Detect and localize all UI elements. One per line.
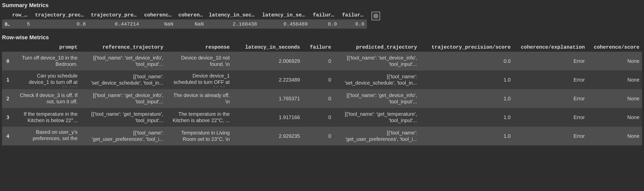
- rowwise-metrics-table: prompt reference_trajectory response lat…: [2, 43, 642, 145]
- row-index: 1: [2, 70, 14, 89]
- rowwise-header-predicted_trajectory[interactable]: predicted_trajectory: [334, 43, 419, 52]
- cell-coh-score: None: [587, 127, 642, 145]
- summary-row-index: 0: [2, 20, 10, 29]
- rowwise-header-coh-explanation[interactable]: coherence/explanation: [513, 43, 587, 52]
- grid-table-icon[interactable]: [371, 12, 380, 20]
- cell-latency: 2.929235: [232, 127, 302, 145]
- summary-cell-row_count: 5: [10, 20, 32, 29]
- cell-latency: 2.006929: [232, 52, 302, 70]
- cell-failure: 0: [302, 89, 334, 108]
- cell-response: Temperature in Living Room set to 23°C. …: [166, 127, 232, 145]
- cell-prompt: Check if device_3 is off. If not, turn i…: [14, 89, 80, 108]
- cell-latency: 1.917166: [232, 108, 302, 127]
- cell-failure: 0: [302, 52, 334, 70]
- cell-tp-score: 1.0: [419, 127, 513, 145]
- cell-response: Device device_10 not found. \n: [166, 52, 232, 70]
- cell-coh-explanation: Error: [513, 89, 587, 108]
- cell-coh-score: None: [587, 70, 642, 89]
- summary-header-row: row_count trajectory_precision/mean traj…: [2, 11, 367, 20]
- summary-cell-tp-mean: 0.8: [32, 20, 88, 29]
- cell-reference-trajectory: [{'tool_name': 'set_device_schedule', 't…: [80, 70, 166, 89]
- rowwise-header-tp-score[interactable]: trajectory_precision/score: [419, 43, 513, 52]
- cell-response: The temperature in the Kitchen is above …: [166, 108, 232, 127]
- cell-latency: 1.765371: [232, 89, 302, 108]
- rowwise-header-coh-score[interactable]: coherence/score: [587, 43, 642, 52]
- cell-prompt: If the temperature in the Kitchen is bel…: [14, 108, 80, 127]
- cell-coh-score: None: [587, 108, 642, 127]
- summary-cell-lat-std: 0.456489: [260, 20, 310, 29]
- summary-header-coherence_mean[interactable]: coherence/mean: [142, 11, 176, 20]
- summary-metrics-title: Summary Metrics: [2, 1, 642, 11]
- table-row[interactable]: 4Based on user_y's preferences, set the …: [2, 127, 642, 145]
- summary-cell-lat-mean: 2.168438: [206, 20, 260, 29]
- summary-header-failure_std[interactable]: failure/std: [340, 11, 367, 20]
- rowwise-header-reference_trajectory[interactable]: reference_trajectory: [80, 43, 166, 52]
- summary-header-trajectory_precision_std[interactable]: trajectory_precision/std: [88, 11, 142, 20]
- summary-cell-fail-mean: 0.0: [310, 20, 340, 29]
- cell-failure: 0: [302, 108, 334, 127]
- cell-predicted-trajectory: [{'tool_name': 'get_device_info', 'tool_…: [334, 89, 419, 108]
- summary-row[interactable]: 0 5 0.8 0.447214 NaN NaN 2.168438 0.4564…: [2, 20, 367, 29]
- cell-failure: 0: [302, 70, 334, 89]
- cell-tp-score: 0.0: [419, 52, 513, 70]
- row-index: 4: [2, 127, 14, 145]
- summary-cell-coh-std: NaN: [176, 20, 206, 29]
- cell-predicted-trajectory: [{'tool_name': 'get_temperature', 'tool_…: [334, 108, 419, 127]
- row-index: 0: [2, 52, 14, 70]
- cell-coh-score: None: [587, 89, 642, 108]
- cell-reference-trajectory: [{'tool_name': 'get_temperature', 'tool_…: [80, 108, 166, 127]
- row-index: 2: [2, 89, 14, 108]
- cell-coh-score: None: [587, 52, 642, 70]
- cell-predicted-trajectory: [{'tool_name': 'get_user_preferences', '…: [334, 127, 419, 145]
- table-row[interactable]: 0Turn off device_10 in the Bedroom.[{'to…: [2, 52, 642, 70]
- cell-prompt: Turn off device_10 in the Bedroom.: [14, 52, 80, 70]
- cell-predicted-trajectory: [{'tool_name': 'set_device_schedule', 't…: [334, 70, 419, 89]
- cell-coh-explanation: Error: [513, 127, 587, 145]
- table-row[interactable]: 1Can you schedule device_1 to turn off a…: [2, 70, 642, 89]
- cell-response: Device device_1 scheduled to turn OFF at…: [166, 70, 232, 89]
- summary-header-row_count[interactable]: row_count: [10, 11, 32, 20]
- cell-prompt: Based on user_y's preferences, set the t…: [14, 127, 80, 145]
- rowwise-metrics-title: Row-wise Metrics: [2, 33, 642, 43]
- summary-cell-fail-std: 0.0: [340, 20, 367, 29]
- summary-header-index: [2, 11, 10, 20]
- table-row[interactable]: 3If the temperature in the Kitchen is be…: [2, 108, 642, 127]
- summary-header-coherence_std[interactable]: coherence/std: [176, 11, 206, 20]
- row-index: 3: [2, 108, 14, 127]
- cell-coh-explanation: Error: [513, 70, 587, 89]
- rowwise-header-failure[interactable]: failure: [302, 43, 334, 52]
- cell-reference-trajectory: [{'tool_name': 'get_device_info', 'tool_…: [80, 89, 166, 108]
- svg-rect-0: [374, 14, 378, 18]
- rowwise-header-index: [2, 43, 14, 52]
- cell-coh-explanation: Error: [513, 52, 587, 70]
- cell-failure: 0: [302, 127, 334, 145]
- rowwise-header-prompt[interactable]: prompt: [14, 43, 80, 52]
- cell-tp-score: 1.0: [419, 108, 513, 127]
- cell-tp-score: 1.0: [419, 89, 513, 108]
- cell-latency: 2.223489: [232, 70, 302, 89]
- cell-coh-explanation: Error: [513, 108, 587, 127]
- summary-cell-tp-std: 0.447214: [88, 20, 142, 29]
- cell-predicted-trajectory: [{'tool_name': 'set_device_info', 'tool_…: [334, 52, 419, 70]
- cell-response: The device is already off. \n: [166, 89, 232, 108]
- cell-prompt: Can you schedule device_1 to turn off at…: [14, 70, 80, 89]
- rowwise-header-response[interactable]: response: [166, 43, 232, 52]
- cell-reference-trajectory: [{'tool_name': 'get_user_preferences', '…: [80, 127, 166, 145]
- rowwise-header-latency[interactable]: latency_in_seconds: [232, 43, 302, 52]
- table-row[interactable]: 2Check if device_3 is off. If not, turn …: [2, 89, 642, 108]
- summary-header-latency_std[interactable]: latency_in_seconds/std: [260, 11, 310, 20]
- summary-header-failure_mean[interactable]: failure/mean: [310, 11, 340, 20]
- summary-metrics-table: row_count trajectory_precision/mean traj…: [2, 11, 367, 29]
- rowwise-header-row: prompt reference_trajectory response lat…: [2, 43, 642, 52]
- cell-tp-score: 1.0: [419, 70, 513, 89]
- summary-header-latency_mean[interactable]: latency_in_seconds/mean: [206, 11, 260, 20]
- cell-reference-trajectory: [{'tool_name': 'set_device_info', 'tool_…: [80, 52, 166, 70]
- summary-header-trajectory_precision_mean[interactable]: trajectory_precision/mean: [32, 11, 88, 20]
- summary-cell-coh-mean: NaN: [142, 20, 176, 29]
